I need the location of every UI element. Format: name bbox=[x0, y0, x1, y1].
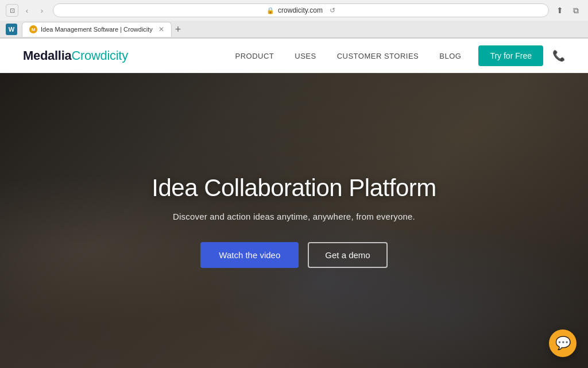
reload-button[interactable]: ↺ bbox=[330, 6, 335, 14]
browser-action-buttons: ⬆ ⧉ bbox=[554, 4, 582, 17]
nav-item-blog[interactable]: BLOG bbox=[439, 51, 461, 61]
chat-bubble-button[interactable]: 💬 bbox=[549, 329, 577, 357]
nav-link-blog[interactable]: BLOG bbox=[439, 52, 461, 60]
address-bar[interactable]: 🔒 crowdicity.com ↺ bbox=[53, 3, 549, 17]
tab-favicon: M bbox=[29, 25, 37, 33]
logo[interactable]: MedalliaCrowdicity bbox=[23, 48, 128, 63]
chat-icon: 💬 bbox=[555, 336, 571, 351]
nav-link-uses[interactable]: USES bbox=[295, 52, 316, 60]
get-demo-button[interactable]: Get a demo bbox=[308, 242, 387, 268]
browser-top-bar: ⊡ ‹ › 🔒 crowdicity.com ↺ ⬆ ⧉ bbox=[0, 0, 588, 21]
navbar: MedalliaCrowdicity PRODUCT USES CUSTOMER… bbox=[0, 39, 588, 73]
tab-close-button[interactable]: ✕ bbox=[158, 25, 164, 33]
sidebar-toggle-button[interactable]: ⊡ bbox=[6, 4, 18, 17]
share-button[interactable]: ⬆ bbox=[554, 4, 566, 17]
website-content: MedalliaCrowdicity PRODUCT USES CUSTOMER… bbox=[0, 39, 588, 368]
phone-button[interactable]: 📞 bbox=[552, 49, 565, 62]
url-text: crowdicity.com bbox=[278, 6, 323, 14]
tab-title: Idea Management Software | Crowdicity bbox=[41, 26, 153, 33]
nav-link-product[interactable]: PRODUCT bbox=[235, 52, 274, 60]
nav-item-uses[interactable]: USES bbox=[295, 51, 316, 61]
browser-nav-buttons: ⊡ ‹ › bbox=[6, 4, 48, 17]
forward-button[interactable]: › bbox=[36, 4, 48, 17]
logo-crowdicity: Crowdicity bbox=[71, 48, 127, 63]
watch-video-button[interactable]: Watch the video bbox=[200, 242, 299, 268]
new-tab-button[interactable]: + bbox=[175, 24, 181, 34]
nav-item-product[interactable]: PRODUCT bbox=[235, 51, 274, 61]
try-for-free-button[interactable]: Try for Free bbox=[478, 45, 543, 66]
browser-tabs-bar: W M Idea Management Software | Crowdicit… bbox=[0, 21, 588, 38]
logo-medallia: Medallia bbox=[23, 48, 71, 63]
hero-buttons: Watch the video Get a demo bbox=[152, 242, 436, 268]
nav-item-customer-stories[interactable]: CUSTOMER STORIES bbox=[337, 51, 419, 61]
nav-links: PRODUCT USES CUSTOMER STORIES BLOG bbox=[235, 51, 461, 61]
new-window-button[interactable]: ⧉ bbox=[570, 4, 582, 17]
hero-title: Idea Collaboration Platform bbox=[152, 174, 436, 202]
hero-subtitle: Discover and action ideas anytime, anywh… bbox=[152, 212, 436, 221]
hero-content: Idea Collaboration Platform Discover and… bbox=[140, 174, 447, 268]
browser-tab[interactable]: M Idea Management Software | Crowdicity … bbox=[22, 22, 172, 37]
hero-section: Idea Collaboration Platform Discover and… bbox=[0, 73, 588, 368]
lock-icon: 🔒 bbox=[266, 7, 274, 14]
nav-link-customer-stories[interactable]: CUSTOMER STORIES bbox=[337, 52, 419, 60]
browser-chrome: ⊡ ‹ › 🔒 crowdicity.com ↺ ⬆ ⧉ W M Idea Ma… bbox=[0, 0, 588, 39]
wordpress-icon: W bbox=[6, 24, 17, 35]
back-button[interactable]: ‹ bbox=[21, 4, 33, 17]
